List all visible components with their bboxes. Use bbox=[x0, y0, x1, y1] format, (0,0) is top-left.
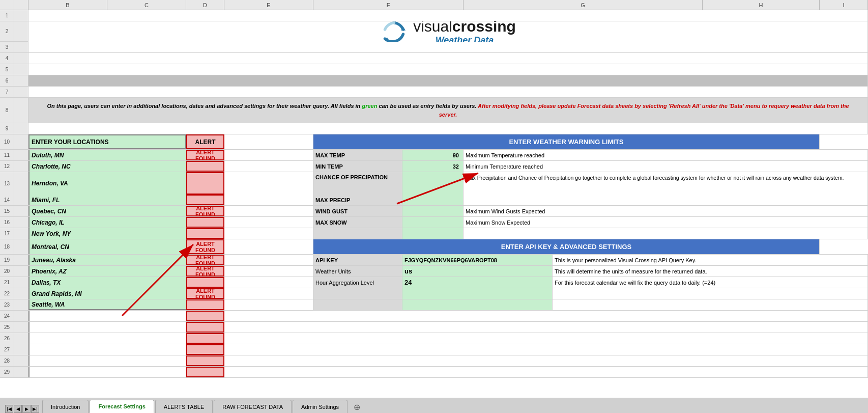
row-26: 26 bbox=[0, 333, 868, 344]
location-duluth[interactable]: Duluth, MN bbox=[28, 150, 186, 160]
row-25: 25 bbox=[0, 322, 868, 333]
tab-alerts-table[interactable]: ALERTS TABLE bbox=[155, 400, 213, 413]
rownum-15: 15 bbox=[0, 206, 14, 216]
info-green-text: green bbox=[362, 103, 377, 109]
rownum-28: 28 bbox=[0, 355, 14, 366]
row-19: 19 Juneau, Alaska ALERT FOUND API KEY FJ… bbox=[0, 255, 868, 266]
rownum-21: 21 bbox=[0, 277, 14, 288]
col-header-b: B bbox=[28, 0, 107, 10]
spreadsheet: B C D E F G H I 1 2 bbox=[0, 0, 868, 413]
wl-desc-maxsnow: Maximum Snow Expected bbox=[464, 217, 868, 228]
location-grandrapids[interactable]: Grand Rapids, MI bbox=[28, 288, 186, 299]
tabs-bar: |◀ ◀ ▶ ▶| Introduction Forecast Settings… bbox=[0, 398, 868, 413]
wl-desc-maxtemp: Maximum Temperature reached bbox=[464, 150, 868, 160]
wl-value-mintemp[interactable]: 32 bbox=[402, 161, 464, 172]
location-juneau[interactable]: Juneau, Alaska bbox=[28, 255, 186, 265]
row-21: 21 Dallas, TX Hour Aggregation Level 24 … bbox=[0, 277, 868, 288]
alert-duluth: ALERT FOUND bbox=[186, 150, 224, 160]
wl-label-maxsnow: MAX SNOW bbox=[313, 217, 402, 228]
rownum-2: 2 bbox=[0, 21, 14, 41]
col-header-i: I bbox=[820, 0, 868, 10]
rownum-29: 29 bbox=[0, 367, 14, 377]
tab-add-button[interactable]: ⊕ bbox=[351, 401, 363, 413]
location-newyork[interactable]: New York, NY bbox=[28, 228, 186, 239]
info-text-cont: can be used as entry fields by users. bbox=[377, 103, 478, 109]
row-1: 1 bbox=[0, 10, 868, 21]
alert-chicago bbox=[186, 217, 224, 228]
cell-2a bbox=[14, 21, 28, 41]
info-line1: On this page, users can enter in additio… bbox=[39, 102, 857, 119]
tab-scroll-right-end[interactable]: ▶| bbox=[31, 405, 39, 413]
location-quebec[interactable]: Quebec, CN bbox=[28, 206, 186, 216]
alert-herndon bbox=[186, 172, 224, 195]
logo-text-container: visualcrossing Weather Data bbox=[413, 21, 516, 42]
wl-desc-windgust: Maximum Wind Gusts Expected bbox=[464, 206, 868, 216]
alert-newyork bbox=[186, 228, 224, 239]
tab-admin-settings[interactable]: Admin Settings bbox=[293, 400, 348, 413]
rownum-16: 16 bbox=[0, 217, 14, 228]
wl-label-windgust: WIND GUST bbox=[313, 206, 402, 216]
alert-phoenix: ALERT FOUND bbox=[186, 266, 224, 277]
row-5: 5 bbox=[0, 64, 868, 75]
tab-scroll-right[interactable]: ▶ bbox=[22, 405, 31, 413]
row-7: 7 bbox=[0, 87, 868, 98]
row-18: 18 Montreal, CN ALERT FOUND ENTER API KE… bbox=[0, 239, 868, 255]
location-herndon[interactable]: Herndon, VA bbox=[28, 172, 186, 195]
rownum-1: 1 bbox=[0, 10, 14, 21]
rownum-6: 6 bbox=[0, 75, 14, 86]
location-charlotte[interactable]: Charlotte, NC bbox=[28, 161, 186, 172]
tab-forecast-settings[interactable]: Forecast Settings bbox=[90, 400, 154, 413]
alert-juneau: ALERT FOUND bbox=[186, 255, 224, 265]
location-miami[interactable]: Miami, FL bbox=[28, 195, 186, 205]
api-label-units: Weather Units bbox=[313, 266, 402, 277]
wl-value-windgust[interactable] bbox=[402, 206, 464, 216]
row-20: 20 Phoenix, AZ ALERT FOUND Weather Units… bbox=[0, 266, 868, 277]
info-red-text: After modifying fields, please update Fo… bbox=[439, 103, 849, 118]
alert-dallas bbox=[186, 277, 224, 288]
row-12: 12 Charlotte, NC MIN TEMP 32 Minimum Tem… bbox=[0, 161, 868, 172]
wl-desc-precip: Max Precipitation and Chance of Precipit… bbox=[464, 172, 868, 195]
rownum-5: 5 bbox=[0, 64, 14, 75]
visualcrossing-logo-icon bbox=[380, 21, 408, 42]
alert-seattle bbox=[186, 299, 224, 310]
col-header-c: C bbox=[107, 0, 186, 10]
rownum-7: 7 bbox=[0, 87, 14, 97]
row-4: 4 bbox=[0, 53, 868, 64]
rownum-3: 3 bbox=[0, 42, 14, 52]
tab-scroll-left-start[interactable]: |◀ bbox=[5, 405, 13, 413]
location-header: ENTER YOUR LOCATIONS bbox=[28, 134, 186, 149]
wl-value-precip[interactable] bbox=[402, 172, 464, 195]
location-montreal[interactable]: Montreal, CN bbox=[28, 239, 186, 254]
wl-value-maxprecip[interactable] bbox=[402, 195, 464, 205]
rownum-4: 4 bbox=[0, 53, 14, 64]
alert-montreal: ALERT FOUND bbox=[186, 239, 224, 254]
api-settings-header: ENTER API KEY & ADVANCED SETTINGS bbox=[313, 239, 820, 254]
col-header-h: H bbox=[703, 0, 820, 10]
row-8: 8 On this page, users can enter in addit… bbox=[0, 98, 868, 123]
location-seattle[interactable]: Seattle, WA bbox=[28, 299, 186, 310]
rownum-14: 14 bbox=[0, 195, 14, 205]
api-value-apikey[interactable]: FJGYQFQNZKVN66PQ6VAROPT08 bbox=[402, 255, 553, 265]
location-phoenix[interactable]: Phoenix, AZ bbox=[28, 266, 186, 277]
rownum-17: 17 bbox=[0, 228, 14, 239]
wl-label-mintemp: MIN TEMP bbox=[313, 161, 402, 172]
tab-raw-forecast-data[interactable]: RAW FORECAST DATA bbox=[214, 400, 292, 413]
api-value-hour[interactable]: 24 bbox=[402, 277, 553, 288]
alert-quebec: ALERT FOUND bbox=[186, 206, 224, 216]
logo-visual: visual bbox=[413, 21, 452, 35]
location-dallas[interactable]: Dallas, TX bbox=[28, 277, 186, 288]
rownum-13: 13 bbox=[0, 172, 14, 195]
wl-value-maxtemp[interactable]: 90 bbox=[402, 150, 464, 160]
row-27: 27 bbox=[0, 344, 868, 355]
rownum-12: 12 bbox=[0, 161, 14, 172]
location-chicago[interactable]: Chicago, IL bbox=[28, 217, 186, 228]
wl-value-maxsnow[interactable] bbox=[402, 217, 464, 228]
alert-header: ALERT bbox=[186, 134, 224, 149]
api-value-units[interactable]: us bbox=[402, 266, 553, 277]
wl-label-maxtemp: MAX TEMP bbox=[313, 150, 402, 160]
wl-label-maxprecip: MAX PRECIP bbox=[313, 195, 402, 205]
tab-scroll-left[interactable]: ◀ bbox=[14, 405, 22, 413]
tab-introduction[interactable]: Introduction bbox=[42, 400, 89, 413]
row-3: 3 bbox=[0, 42, 868, 53]
rownum-27: 27 bbox=[0, 344, 14, 355]
